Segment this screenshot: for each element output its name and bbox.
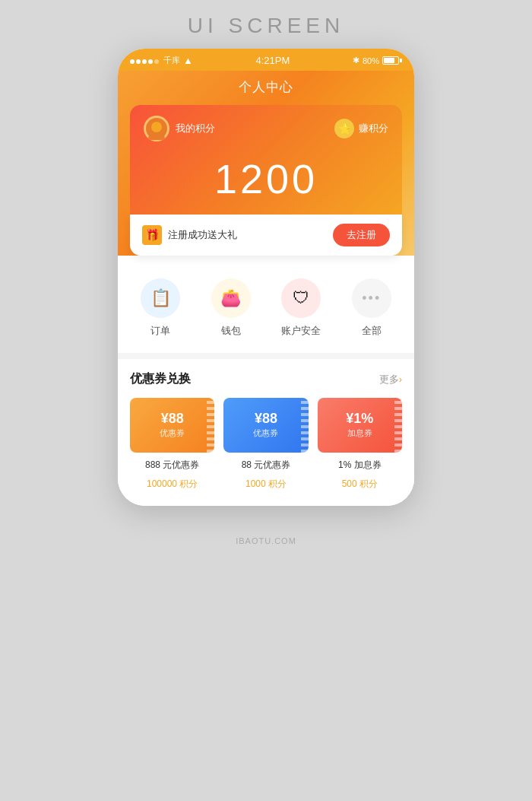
coupon-name-2: 88 元优惠券 <box>242 459 291 472</box>
register-text: 注册成功送大礼 <box>168 228 237 242</box>
page-title: UI SCREEN <box>188 14 344 38</box>
action-security[interactable]: 🛡 账户安全 <box>281 278 321 338</box>
status-right: ✱ 80% <box>353 56 402 65</box>
more-link[interactable]: 更多› <box>379 373 402 386</box>
coupon-type-3: 加息券 <box>347 428 372 439</box>
header-title: 个人中心 <box>118 71 414 105</box>
chevron-right-icon: › <box>399 373 402 385</box>
coupon-ticket-2: ¥88 优惠券 <box>223 398 308 453</box>
carrier-text: 千库 <box>163 55 180 66</box>
coupon-amount-3: ¥1% <box>346 412 373 425</box>
status-bar: 千库 ▲ 4:21PM ✱ 80% <box>118 49 414 71</box>
coupon-name-3: 1% 加息券 <box>338 459 382 472</box>
security-label: 账户安全 <box>281 324 321 338</box>
star-icon: ⭐ <box>334 119 354 138</box>
coupon-section: 优惠券兑换 更多› ¥88 优惠券 888 元优惠券 100000 积分 <box>118 359 414 506</box>
my-points-left: 我的积分 <box>144 116 215 141</box>
order-icon-bg: 📋 <box>141 278 180 318</box>
bottom-site: IBAOTU.COM <box>236 536 296 545</box>
points-card-top: 我的积分 ⭐ 赚积分 <box>144 116 388 141</box>
more-label: 更多 <box>379 373 399 385</box>
action-wallet[interactable]: 👛 钱包 <box>211 278 251 338</box>
bluetooth-icon: ✱ <box>353 56 359 65</box>
points-card: 我的积分 ⭐ 赚积分 1200 <box>130 105 402 215</box>
status-left: 千库 ▲ <box>130 55 193 66</box>
wifi-icon: ▲ <box>183 55 193 66</box>
wallet-label: 钱包 <box>221 324 241 338</box>
all-label: 全部 <box>362 324 382 338</box>
battery-percent: 80% <box>363 56 379 65</box>
security-icon: 🛡 <box>293 288 309 308</box>
header-area: 个人中心 我的积分 ⭐ 赚积分 1200 🎁 注册成功送 <box>118 71 414 256</box>
register-button[interactable]: 去注册 <box>333 224 390 246</box>
coupon-type-1: 优惠券 <box>160 428 185 439</box>
signal-dots <box>130 56 160 65</box>
phone-frame: 千库 ▲ 4:21PM ✱ 80% 个人中心 我的 <box>118 49 414 506</box>
earn-points-label: 赚积分 <box>359 122 388 135</box>
status-time: 4:21PM <box>256 55 290 66</box>
register-banner: 🎁 注册成功送大礼 去注册 <box>130 215 402 256</box>
coupon-points-2: 1000 积分 <box>245 478 287 491</box>
quick-actions: 📋 订单 👛 钱包 🛡 账户安全 ••• 全部 <box>118 271 414 353</box>
coupon-amount-1: ¥88 <box>161 412 184 425</box>
coupon-points-1: 100000 积分 <box>147 478 198 491</box>
coupon-list: ¥88 优惠券 888 元优惠券 100000 积分 ¥88 优惠券 88 元优… <box>130 398 402 491</box>
earn-points[interactable]: ⭐ 赚积分 <box>334 119 388 138</box>
coupon-ticket-1: ¥88 优惠券 <box>130 398 214 453</box>
coupon-section-title: 优惠券兑换 <box>130 371 191 387</box>
order-label: 订单 <box>150 324 170 338</box>
register-left: 🎁 注册成功送大礼 <box>142 225 237 245</box>
coupon-points-3: 500 积分 <box>342 478 378 491</box>
my-points-label: 我的积分 <box>176 122 215 135</box>
coupon-type-2: 优惠券 <box>253 428 278 439</box>
coupon-item-1[interactable]: ¥88 优惠券 888 元优惠券 100000 积分 <box>130 398 214 491</box>
coupon-item-3[interactable]: ¥1% 加息券 1% 加息券 500 积分 <box>318 398 402 491</box>
all-icon-bg: ••• <box>352 278 391 318</box>
wallet-icon-bg: 👛 <box>211 278 251 318</box>
order-icon: 📋 <box>150 288 171 308</box>
coupon-header: 优惠券兑换 更多› <box>130 371 402 387</box>
all-icon: ••• <box>362 291 381 307</box>
section-divider <box>118 353 414 359</box>
coupon-ticket-3: ¥1% 加息券 <box>318 398 402 453</box>
coupon-name-1: 888 元优惠券 <box>145 459 199 472</box>
avatar <box>144 116 169 141</box>
coupon-amount-2: ¥88 <box>255 412 277 425</box>
battery-icon <box>382 56 402 65</box>
points-value: 1200 <box>144 148 388 215</box>
gift-icon: 🎁 <box>142 225 162 245</box>
wallet-icon: 👛 <box>220 288 241 308</box>
action-order[interactable]: 📋 订单 <box>141 278 180 338</box>
coupon-item-2[interactable]: ¥88 优惠券 88 元优惠券 1000 积分 <box>223 398 308 491</box>
action-all[interactable]: ••• 全部 <box>352 278 391 338</box>
content-area: 📋 订单 👛 钱包 🛡 账户安全 ••• 全部 <box>118 256 414 506</box>
security-icon-bg: 🛡 <box>281 278 321 318</box>
